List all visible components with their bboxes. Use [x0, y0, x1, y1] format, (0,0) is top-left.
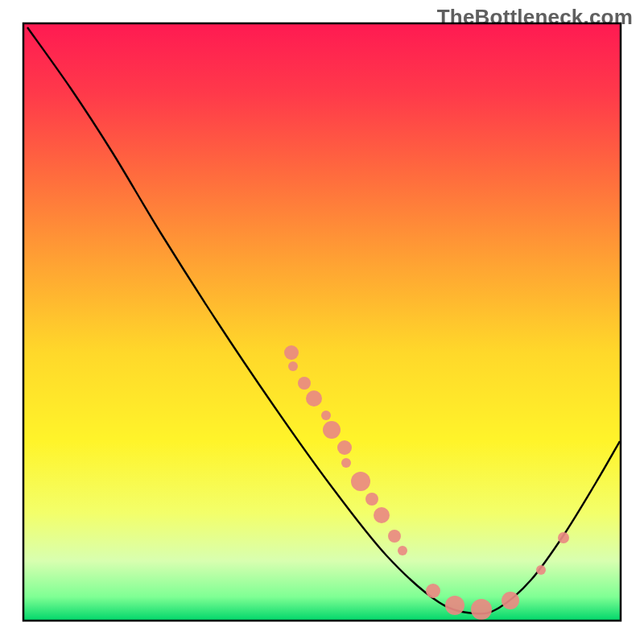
data-dot	[321, 411, 331, 420]
data-dot	[284, 345, 299, 360]
data-dot	[288, 361, 298, 371]
data-dot	[445, 596, 464, 615]
data-dot	[398, 546, 407, 555]
data-dot	[365, 493, 378, 506]
chart-stage: TheBottleneck.com	[0, 0, 644, 644]
gradient-background	[23, 23, 621, 621]
data-dot	[426, 584, 440, 598]
data-dot	[341, 458, 351, 468]
data-dot	[388, 530, 401, 543]
data-dot	[502, 592, 519, 609]
data-dot	[306, 390, 322, 407]
data-dot	[298, 377, 311, 390]
data-dot	[337, 440, 352, 455]
data-dot	[536, 565, 546, 575]
data-dot	[351, 472, 370, 491]
data-dot	[471, 599, 492, 620]
data-dot	[323, 421, 341, 439]
data-dot	[374, 507, 390, 523]
bottleneck-chart	[0, 0, 644, 644]
data-dot	[558, 532, 569, 543]
